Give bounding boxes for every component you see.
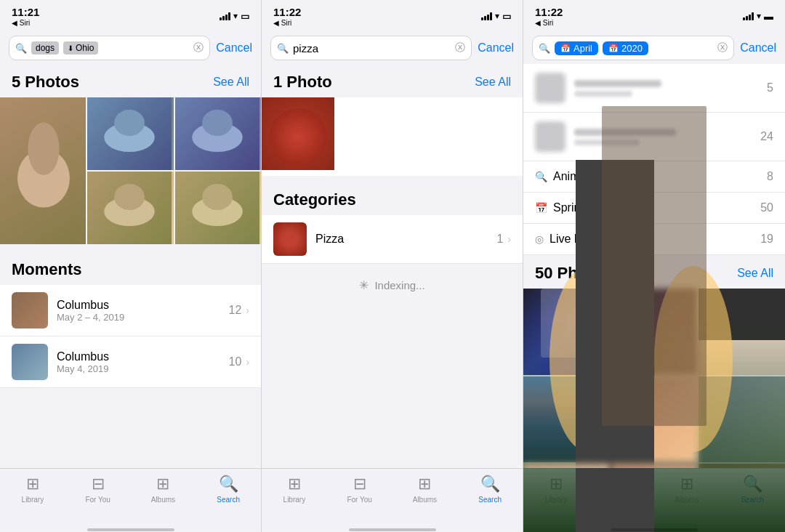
moment-thumb-2	[12, 344, 48, 380]
result-count-1: 5	[767, 81, 773, 94]
battery-icon-3: ▬	[764, 11, 773, 22]
tab-label-foryou-1: For You	[85, 496, 110, 504]
status-bar-2: 11:22 ◀ Siri ▾ ▭	[262, 0, 523, 32]
signal-icon-3	[743, 12, 754, 20]
category-count: 1	[496, 233, 503, 246]
siri-2: ◀ Siri	[273, 19, 291, 27]
search-input-3[interactable]: 🔍 📅 April 📅 2020 ⓧ	[532, 36, 734, 60]
tag-2020[interactable]: 📅 2020	[603, 41, 648, 55]
search-bar-2[interactable]: 🔍 pizza ⓧ Cancel	[262, 32, 523, 64]
moment-date-1: May 2 – 4, 2019	[57, 312, 229, 323]
grid-photo-7[interactable]	[523, 464, 610, 468]
time-1: 11:21	[12, 6, 39, 19]
tag-dogs[interactable]: dogs	[31, 41, 59, 55]
clear-icon-2[interactable]: ⓧ	[455, 41, 465, 55]
live-photos-icon: ◎	[535, 233, 544, 245]
chevron-icon-2: ›	[246, 356, 249, 368]
clear-icon-3[interactable]: ⓧ	[717, 41, 728, 55]
calendar-icon-april: 📅	[560, 44, 571, 53]
result-thumb-1	[535, 73, 565, 103]
search-query-2: pizza	[293, 42, 318, 55]
dog-photo-2[interactable]	[87, 97, 173, 170]
tab-bar-1: ⊞ Library ⊟ For You ⊞ Albums 🔍 Search	[0, 468, 261, 528]
moment-name-1: Columbus	[57, 299, 229, 312]
cancel-button-3[interactable]: Cancel	[740, 41, 776, 55]
search-icon-1: 🔍	[15, 43, 27, 54]
category-pizza[interactable]: Pizza 1 ›	[262, 215, 523, 264]
grid-photo-8[interactable]	[611, 464, 698, 468]
siri-3: ◀ Siri	[535, 19, 553, 27]
see-all-2[interactable]: See All	[475, 76, 511, 89]
moment-1[interactable]: Columbus May 2 – 4, 2019 12 ›	[0, 285, 261, 336]
photos-header-1: 5 Photos See All	[0, 64, 261, 97]
category-thumb	[273, 222, 307, 256]
see-all-1[interactable]: See All	[213, 76, 249, 89]
search-input-1[interactable]: 🔍 dogs ⬇ Ohio ⓧ	[9, 36, 210, 60]
moment-2[interactable]: Columbus May 4, 2019 10 ›	[0, 336, 261, 388]
result-count-2: 24	[760, 130, 773, 143]
wifi-icon: ▾	[233, 11, 238, 21]
tab-albums-2[interactable]: ⊞ Albums	[403, 475, 446, 504]
tab-label-albums-2: Albums	[413, 496, 437, 504]
category-name: Pizza	[315, 233, 496, 246]
battery-icon: ▭	[241, 11, 249, 22]
panel-3: 11:22 ◀ Siri ▾ ▬ 🔍 📅 April 📅 2020	[523, 0, 785, 532]
search-tab-icon-2: 🔍	[480, 475, 500, 493]
search-icon-2: 🔍	[277, 43, 289, 54]
cancel-button-2[interactable]: Cancel	[478, 41, 514, 55]
category-chevron: ›	[507, 233, 511, 245]
cancel-button-1[interactable]: Cancel	[216, 41, 252, 55]
tab-label-albums-1: Albums	[151, 496, 175, 504]
result-thumb-2	[535, 121, 565, 152]
tag-ohio[interactable]: ⬇ Ohio	[63, 41, 98, 55]
cat-count-animal: 8	[767, 170, 773, 183]
tab-foryou-2[interactable]: ⊟ For You	[338, 475, 382, 504]
spinner-icon: ✳	[359, 278, 369, 292]
content-3: 5 24 🔍 Animal 8 📅 Spring 50	[523, 64, 785, 468]
dog-photo-grid	[0, 97, 261, 244]
dog-photo-large[interactable]	[0, 97, 86, 244]
signal-icon-2	[481, 12, 492, 20]
battery-icon-2: ▭	[502, 11, 511, 22]
location-icon: ⬇	[68, 44, 73, 52]
tab-albums-1[interactable]: ⊞ Albums	[141, 475, 185, 504]
tab-library-2[interactable]: ⊞ Library	[273, 475, 316, 504]
foryou-icon-2: ⊟	[353, 475, 366, 493]
search-tab-icon-1: 🔍	[219, 475, 238, 493]
search-bar-1[interactable]: 🔍 dogs ⬇ Ohio ⓧ Cancel	[0, 32, 261, 64]
status-bar-3: 11:22 ◀ Siri ▾ ▬	[523, 0, 785, 32]
tab-label-foryou-2: For You	[347, 496, 371, 504]
content-2: 1 Photo See All Categories Pizza 1 › ✳ I…	[262, 64, 523, 468]
search-bar-3[interactable]: 🔍 📅 April 📅 2020 ⓧ Cancel	[523, 32, 785, 64]
tab-foryou-1[interactable]: ⊟ For You	[76, 475, 120, 504]
animal-search-icon: 🔍	[535, 171, 547, 182]
dog-canvas-2	[87, 97, 172, 170]
dog-canvas-1	[0, 97, 86, 244]
albums-icon: ⊞	[156, 475, 169, 493]
result-row-1[interactable]: 5	[523, 64, 785, 113]
dog-photo-5[interactable]	[175, 172, 261, 244]
content-1: 5 Photos See All Moments	[0, 64, 261, 468]
siri-1: ◀ Siri	[12, 19, 30, 27]
search-icon-3: 🔍	[539, 43, 550, 54]
spring-calendar-icon: 📅	[535, 202, 547, 214]
moment-count-1: 12	[229, 304, 242, 317]
dog-photo-3[interactable]	[175, 97, 261, 170]
tab-search-1[interactable]: 🔍 Search	[206, 475, 250, 504]
tab-search-2[interactable]: 🔍 Search	[468, 475, 512, 504]
moment-thumb-1	[12, 292, 48, 329]
cat-count-livephotos: 19	[760, 233, 773, 246]
search-input-2[interactable]: 🔍 pizza ⓧ	[270, 36, 472, 60]
dog-photo-4[interactable]	[87, 172, 173, 244]
tab-library-1[interactable]: ⊞ Library	[11, 475, 55, 504]
moments-title: Moments	[0, 251, 261, 285]
tag-april[interactable]: 📅 April	[555, 41, 598, 55]
see-all-3[interactable]: See All	[737, 267, 773, 280]
foryou-icon: ⊟	[92, 475, 105, 493]
clear-icon-1[interactable]: ⓧ	[193, 41, 204, 55]
pizza-photo[interactable]	[262, 97, 334, 170]
tab-label-library-1: Library	[22, 496, 44, 504]
panel-1: 11:21 ◀ Siri ▾ ▭ 🔍 dogs ⬇ Ohio ⓧ	[0, 0, 262, 532]
moment-name-2: Columbus	[57, 350, 229, 363]
dog-canvas-3	[175, 97, 259, 170]
